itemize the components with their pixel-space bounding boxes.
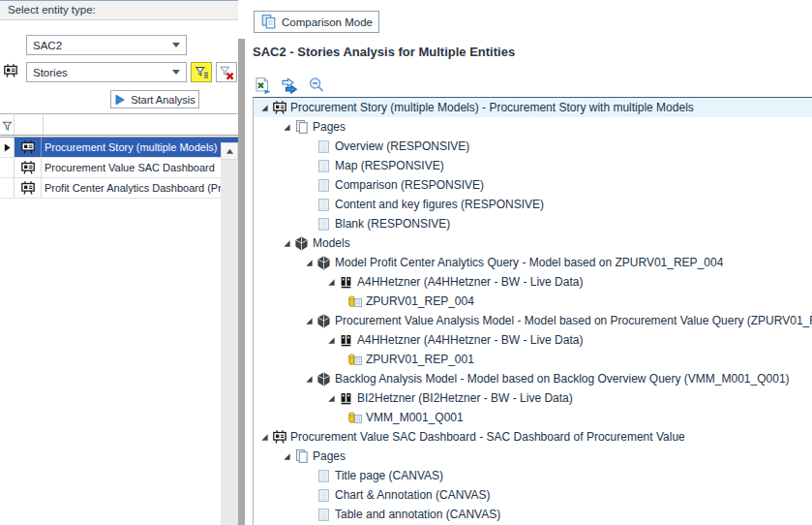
- tree-item[interactable]: Blank (RESPONSIVE): [254, 214, 812, 233]
- tree-item[interactable]: Backlog Analysis Model - Model based on …: [254, 369, 812, 388]
- tree-item[interactable]: Overview (RESPONSIVE): [254, 137, 812, 156]
- filter-funnel-icon[interactable]: [0, 114, 15, 135]
- expander-icon[interactable]: [302, 256, 316, 269]
- tree-item-label: Content and key figures (RESPONSIVE): [335, 198, 544, 211]
- filter-cell[interactable]: [15, 114, 44, 135]
- page-icon: [316, 197, 332, 212]
- tree-item-label: Comparison (RESPONSIVE): [335, 178, 484, 192]
- filter-edit-button[interactable]: [191, 62, 212, 82]
- model-icon: [316, 313, 332, 328]
- tree-item[interactable]: Procurement Story (multiple Models) - Pr…: [254, 98, 812, 117]
- expander-icon[interactable]: [280, 120, 293, 134]
- tree-item[interactable]: A4HHetzner (A4HHetzner - BW - Live Data): [254, 272, 812, 292]
- page-icon: [316, 487, 332, 503]
- export-excel-icon: [254, 77, 272, 95]
- tree-item[interactable]: Pages: [254, 117, 812, 137]
- zoom-out-icon: [308, 77, 325, 94]
- page-title: SAC2 - Stories Analysis for Multiple Ent…: [253, 45, 515, 59]
- tree-item[interactable]: Comparison (RESPONSIVE): [254, 175, 812, 195]
- tree-item-label: Overview (RESPONSIVE): [335, 139, 469, 153]
- tree-item-label: ZPURV01_REP_001: [366, 353, 474, 366]
- list-scrollbar[interactable]: [221, 142, 238, 525]
- tree-item-label: Procurement Story (multiple Models) - Pr…: [290, 101, 694, 114]
- expander-spacer: [302, 139, 316, 153]
- tree-item[interactable]: Procurement Value SAC Dashboard - SAC Da…: [254, 427, 812, 447]
- tree-item-label: Table and annotation (CANVAS): [335, 508, 500, 521]
- comparison-icon: [260, 14, 277, 30]
- expander-spacer: [302, 159, 316, 172]
- entity-list-row[interactable]: Profit Center Analytics Dashboard (Pr: [0, 178, 238, 199]
- entity-type-value: SAC2: [33, 40, 62, 51]
- panel-splitter[interactable]: [238, 39, 245, 525]
- tree-item[interactable]: Title page (CANVAS): [254, 466, 812, 485]
- export-excel-button[interactable]: [253, 76, 272, 95]
- tree-item[interactable]: Model Profit Center Analytics Query - Mo…: [254, 253, 812, 272]
- tree-item[interactable]: Models: [254, 233, 812, 253]
- expander-icon[interactable]: [257, 101, 271, 114]
- filter-edit-icon: [195, 65, 209, 79]
- page-icon: [316, 139, 332, 154]
- tree-item-label: Title page (CANVAS): [335, 469, 443, 482]
- clear-filter-button[interactable]: [216, 62, 237, 82]
- tree-item-label: Procurement Value Analysis Model - Model…: [335, 314, 812, 327]
- tree-item-label: Map (RESPONSIVE): [335, 159, 444, 172]
- entity-row-label: Profit Center Analytics Dashboard (Pr: [42, 182, 222, 194]
- object-type-combo[interactable]: Stories: [26, 62, 187, 82]
- pages-icon: [293, 119, 310, 135]
- system-icon: [338, 390, 354, 406]
- tree-item-label: Chart & Annotation (CANVAS): [335, 488, 491, 502]
- grid-filter-row[interactable]: [0, 114, 238, 138]
- tree-item[interactable]: BI2Hetzner (BI2Hetzner - BW - Live Data): [254, 388, 812, 408]
- story-icon: [15, 158, 42, 177]
- row-indicator: [0, 158, 15, 177]
- zoom-out-button[interactable]: [307, 76, 326, 95]
- tree-item[interactable]: Map (RESPONSIVE): [254, 156, 812, 175]
- entity-selector-panel: Select entity type: SAC2 Stories Start A…: [0, 0, 238, 525]
- comparison-mode-button[interactable]: Comparison Mode: [254, 11, 379, 33]
- tree-item-label: Procurement Value SAC Dashboard - SAC Da…: [290, 430, 685, 444]
- tree-item[interactable]: Table and annotation (CANVAS): [254, 505, 812, 524]
- expander-icon[interactable]: [257, 430, 271, 444]
- tree-item[interactable]: ZPURV01_REP_004: [254, 292, 812, 311]
- start-analysis-button[interactable]: Start Analysis: [110, 90, 199, 108]
- entity-controls: SAC2 Stories Start Analysis: [0, 20, 238, 114]
- expander-icon[interactable]: [324, 275, 338, 289]
- expander-spacer: [302, 198, 316, 211]
- expander-icon[interactable]: [302, 372, 316, 386]
- tree-item[interactable]: Pages: [254, 447, 812, 466]
- expander-icon[interactable]: [302, 314, 316, 327]
- entity-list-row[interactable]: Procurement Story (multiple Models): [0, 138, 238, 158]
- entity-list-row[interactable]: Procurement Value SAC Dashboard: [0, 158, 238, 178]
- tree-item[interactable]: ZPURV01_REP_001: [254, 350, 812, 369]
- expander-icon[interactable]: [324, 391, 338, 405]
- tree-item-label: VMM_M001_Q001: [366, 411, 464, 424]
- entity-type-combo[interactable]: SAC2: [26, 35, 187, 55]
- page-icon: [316, 216, 332, 232]
- tree-item[interactable]: A4HHetzner (A4HHetzner - BW - Live Data): [254, 330, 812, 350]
- model-icon: [316, 371, 332, 386]
- tree-item-label: Model Profit Center Analytics Query - Mo…: [335, 256, 723, 269]
- story-icon: [271, 429, 287, 445]
- page-icon: [316, 468, 332, 483]
- tree-item[interactable]: Chart & Annotation (CANVAS): [254, 485, 812, 505]
- tree-item[interactable]: VMM_M001_Q001: [254, 408, 812, 427]
- expander-spacer: [302, 178, 316, 192]
- expander-spacer: [302, 217, 316, 231]
- tree-item[interactable]: Content and key figures (RESPONSIVE): [254, 195, 812, 214]
- expander-spacer: [302, 508, 316, 521]
- panel-header: Select entity type:: [0, 0, 238, 20]
- expander-icon[interactable]: [280, 236, 293, 250]
- expander-spacer: [302, 469, 316, 482]
- expander-icon[interactable]: [324, 333, 338, 347]
- tree-item[interactable]: Procurement Value Analysis Model - Model…: [254, 311, 812, 330]
- expander-icon[interactable]: [280, 449, 293, 463]
- analysis-toolbar: [253, 76, 326, 95]
- play-icon: [114, 94, 126, 106]
- system-icon: [338, 332, 354, 348]
- transfer-button[interactable]: [280, 76, 299, 95]
- tree-item-label: Backlog Analysis Model - Model based on …: [335, 372, 790, 386]
- entity-row-label: Procurement Story (multiple Models): [42, 141, 218, 153]
- model-icon: [316, 255, 332, 270]
- object-type-value: Stories: [33, 67, 68, 78]
- scroll-up-button[interactable]: [221, 142, 238, 160]
